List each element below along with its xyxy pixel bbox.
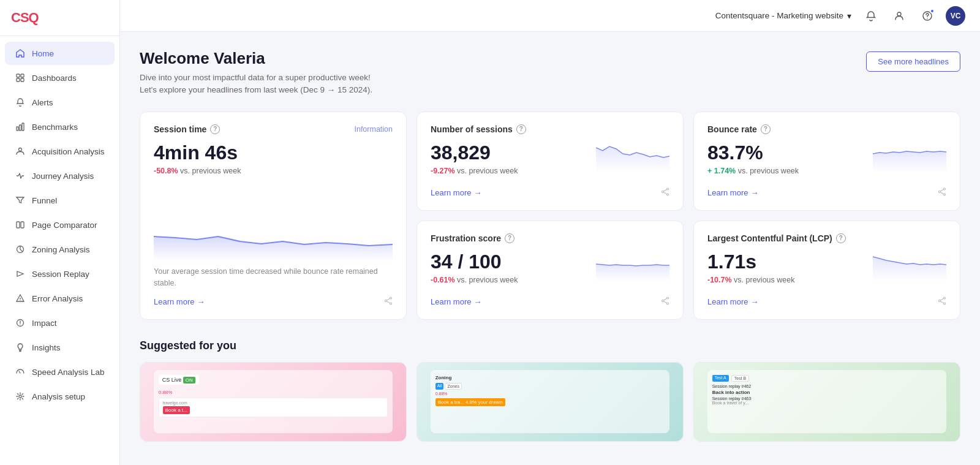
- share-icon[interactable]: [661, 187, 669, 198]
- metric-change: + 1.74% vs. previous week: [707, 167, 799, 175]
- metric-card-lcp: Largest Contentful Paint (LCP) ? 1.71s -…: [693, 221, 960, 320]
- share-icon[interactable]: [938, 187, 946, 198]
- metric-header: Frustration score ?: [431, 233, 669, 243]
- sparkline: [154, 185, 393, 262]
- sidebar-item-label: Insights: [32, 343, 61, 352]
- change-suffix: vs. previous week: [738, 167, 799, 175]
- arrow-icon: →: [473, 188, 481, 197]
- sidebar-item-benchmarks[interactable]: Benchmarks: [5, 115, 115, 138]
- svg-point-21: [385, 300, 387, 301]
- suggested-section: Suggested for you CS Live ON 0.88% trave…: [140, 339, 960, 442]
- learn-more-link[interactable]: Learn more →: [431, 188, 481, 197]
- sidebar-item-impact[interactable]: Impact: [5, 311, 115, 335]
- bell-icon: [15, 97, 26, 108]
- info-icon[interactable]: ?: [210, 124, 220, 134]
- users-button[interactable]: [889, 6, 909, 26]
- preview-inner-1: CS Live ON 0.88% travelgo.com Book a t..…: [154, 370, 393, 433]
- sidebar-item-zoning[interactable]: Zoning Analysis: [5, 238, 115, 261]
- suggested-grid: CS Live ON 0.88% travelgo.com Book a t..…: [140, 362, 960, 442]
- share-icon[interactable]: [938, 297, 946, 307]
- learn-more-link[interactable]: Learn more →: [707, 188, 758, 197]
- sidebar-item-label: Error Analysis: [32, 294, 83, 303]
- info-icon[interactable]: ?: [836, 233, 846, 243]
- metric-title: Session time ?: [154, 124, 220, 134]
- main-wrapper: Contentsquare - Marketing website ▾ VC W…: [120, 0, 980, 465]
- sidebar-item-analysis-setup[interactable]: Analysis setup: [5, 385, 115, 408]
- sidebar-item-error-analysis[interactable]: Error Analysis: [5, 287, 115, 310]
- sidebar-item-journey[interactable]: Journey Analysis: [5, 164, 115, 187]
- suggested-card-3[interactable]: Test A Test B Session replay #462 Back i…: [693, 362, 960, 442]
- metric-value: 4min 46s: [154, 142, 393, 164]
- change-value: + 1.74%: [707, 167, 736, 175]
- zoning-icon: [15, 244, 26, 255]
- setup-icon: [15, 391, 26, 402]
- learn-more-link[interactable]: Learn more →: [431, 297, 481, 306]
- metric-title: Frustration score ?: [431, 233, 514, 243]
- metric-change: -10.7% vs. previous week: [707, 276, 794, 284]
- sidebar-item-dashboards[interactable]: Dashboards: [5, 66, 115, 89]
- metric-value: 34 / 100: [431, 251, 518, 273]
- help-button[interactable]: [918, 6, 937, 26]
- svg-point-7: [19, 148, 22, 151]
- user-avatar[interactable]: VC: [946, 6, 965, 26]
- see-more-headlines-button[interactable]: See more headlines: [866, 51, 960, 72]
- svg-point-15: [19, 395, 21, 398]
- information-link[interactable]: Information: [354, 125, 393, 134]
- change-suffix: vs. previous week: [457, 167, 518, 175]
- share-icon[interactable]: [661, 297, 669, 307]
- svg-rect-1: [21, 74, 24, 77]
- suggested-card-1[interactable]: CS Live ON 0.88% travelgo.com Book a t..…: [140, 362, 407, 442]
- suggested-preview-2: Zoning All Zones 0.88% Book a tra... 4.8…: [417, 363, 683, 441]
- sidebar-item-page-comparator[interactable]: Page Comparator: [5, 213, 115, 236]
- notification-dot: [930, 9, 935, 13]
- learn-more-link[interactable]: Learn more →: [154, 297, 205, 306]
- share-icon[interactable]: [384, 297, 393, 307]
- svg-point-31: [944, 297, 946, 299]
- sidebar-item-speed-lab[interactable]: Speed Analysis Lab: [5, 360, 115, 384]
- sidebar-item-alerts[interactable]: Alerts: [5, 91, 115, 114]
- sidebar-item-home[interactable]: Home: [5, 42, 115, 65]
- speed-icon: [15, 366, 26, 377]
- sidebar-item-label: Session Replay: [32, 270, 89, 279]
- metric-change: -50.8% vs. previous week: [154, 167, 393, 175]
- svg-point-23: [667, 194, 669, 195]
- arrow-icon: →: [750, 188, 758, 197]
- compare-icon: [15, 219, 26, 230]
- workspace-selector[interactable]: Contentsquare - Marketing website ▾: [715, 11, 851, 21]
- sidebar-item-label: Page Comparator: [32, 221, 97, 230]
- notifications-button[interactable]: [861, 6, 881, 26]
- suggested-card-2[interactable]: Zoning All Zones 0.88% Book a tra... 4.8…: [417, 362, 684, 442]
- change-suffix: vs. previous week: [457, 276, 518, 284]
- metric-value: 83.7%: [707, 142, 799, 164]
- svg-point-20: [390, 303, 392, 304]
- info-icon[interactable]: ?: [761, 124, 771, 134]
- funnel-icon: [15, 195, 26, 206]
- change-value: -10.7%: [707, 276, 732, 284]
- metric-value: 1.71s: [707, 251, 794, 273]
- chevron-down-icon: ▾: [847, 11, 851, 21]
- svg-point-33: [939, 300, 941, 301]
- sidebar-item-funnel[interactable]: Funnel: [5, 189, 115, 212]
- info-icon[interactable]: ?: [516, 124, 526, 134]
- error-icon: [15, 293, 26, 304]
- change-suffix: vs. previous week: [734, 276, 794, 284]
- topbar-icons: VC: [861, 6, 965, 26]
- sidebar-item-label: Dashboards: [32, 74, 77, 83]
- sidebar-item-session-replay[interactable]: Session Replay: [5, 262, 115, 285]
- svg-point-32: [944, 303, 946, 304]
- svg-rect-9: [21, 222, 24, 228]
- sidebar-item-acquisition[interactable]: Acquisition Analysis: [5, 140, 115, 163]
- learn-more-link[interactable]: Learn more →: [707, 297, 758, 306]
- svg-rect-6: [22, 123, 24, 130]
- svg-rect-3: [21, 78, 24, 81]
- info-icon[interactable]: ?: [505, 233, 514, 243]
- sidebar-item-label: Impact: [32, 319, 57, 328]
- metric-card-frustration: Frustration score ? 34 / 100 -0.61% vs. …: [417, 221, 684, 320]
- metric-footer: Learn more →: [431, 187, 669, 198]
- preview-inner-2: Zoning All Zones 0.88% Book a tra... 4.8…: [431, 370, 670, 433]
- metric-title: Largest Contentful Paint (LCP) ?: [707, 233, 846, 243]
- sidebar-item-insights[interactable]: Insights: [5, 336, 115, 359]
- svg-point-12: [20, 300, 20, 301]
- suggested-preview-3: Test A Test B Session replay #462 Back i…: [694, 363, 960, 441]
- svg-point-24: [662, 191, 664, 192]
